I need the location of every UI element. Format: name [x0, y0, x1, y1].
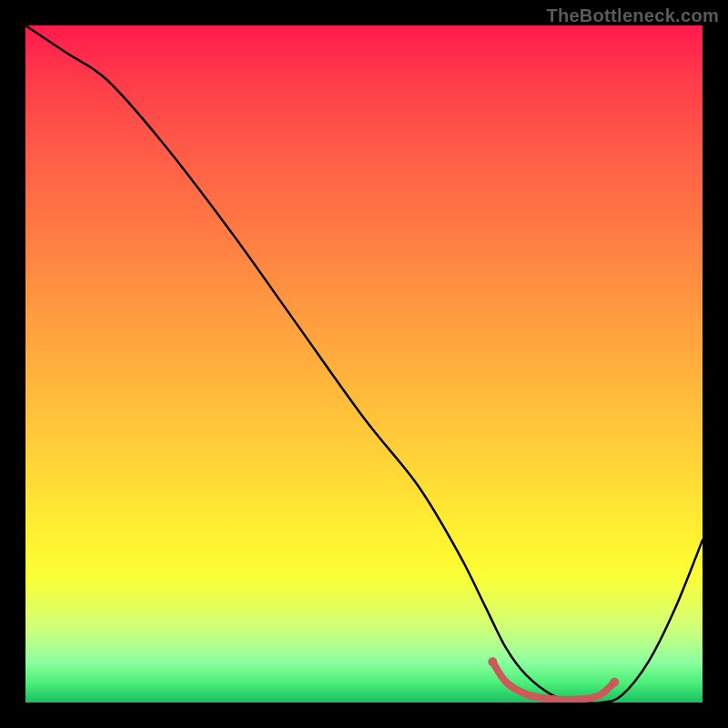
valley-dot: [610, 678, 619, 687]
plot-area: [25, 25, 703, 703]
valley-highlight: [492, 662, 614, 700]
chart-container: TheBottleneck.com: [0, 0, 728, 728]
watermark-label: TheBottleneck.com: [546, 5, 719, 26]
curve-layer: [25, 25, 703, 703]
valley-dot: [488, 657, 497, 666]
main-curve: [25, 25, 703, 703]
